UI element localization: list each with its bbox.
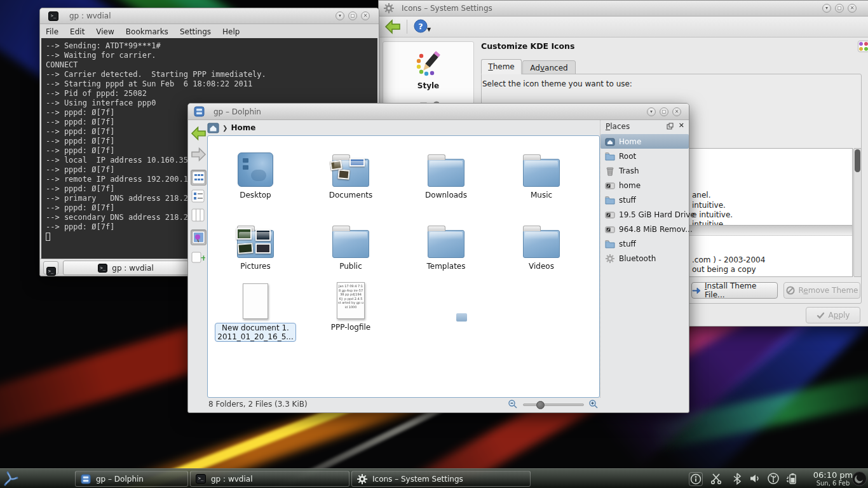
file-item-new-document[interactable]: New document 1.2011_01_20_16_5... bbox=[208, 277, 303, 342]
theme-list-row[interactable]: anel. bbox=[692, 191, 711, 200]
close-button[interactable]: ✕ bbox=[672, 107, 681, 116]
maximize-button[interactable]: ◻ bbox=[348, 11, 357, 20]
apply-button[interactable]: Apply bbox=[806, 307, 860, 323]
icons-view-button[interactable] bbox=[191, 170, 207, 186]
menu-item[interactable]: Settings bbox=[174, 25, 217, 36]
file-item-desktop[interactable]: Desktop bbox=[208, 145, 303, 200]
close-button[interactable]: ✕ bbox=[848, 4, 857, 13]
menu-item[interactable]: Help bbox=[217, 25, 245, 36]
home-icon[interactable] bbox=[207, 123, 219, 133]
system-settings-toolbar: ? ▼ bbox=[379, 17, 868, 37]
breadcrumb-current[interactable]: Home bbox=[231, 123, 255, 132]
maximize-button[interactable]: ◻ bbox=[835, 4, 844, 13]
zoom-out-icon[interactable] bbox=[508, 399, 518, 409]
window-title: gp : wvdial bbox=[69, 11, 111, 20]
places-item-removable[interactable]: 964.8 MiB Remov... bbox=[600, 222, 689, 236]
places-panel: Places ✕ Home Root Trash home bbox=[600, 120, 689, 398]
task-dolphin[interactable]: gp – Dolphin bbox=[75, 471, 188, 487]
terminal-titlebar[interactable]: >_ gp : wvdial ▾ ◻ ✕ bbox=[40, 8, 379, 24]
panel-toolbox-cashew-icon[interactable] bbox=[851, 471, 867, 487]
close-button[interactable]: ✕ bbox=[361, 11, 370, 20]
terminal-icon: >_ bbox=[196, 474, 206, 484]
theme-description-line: out being a copy bbox=[692, 265, 756, 274]
remove-theme-button[interactable]: Remove Theme bbox=[783, 282, 860, 299]
window-title: Icons – System Settings bbox=[402, 4, 492, 13]
folder-view[interactable]: Desktop Documents Downloads Music bbox=[207, 135, 600, 398]
install-theme-file-button[interactable]: Install Theme File... bbox=[691, 282, 778, 299]
theme-list-row[interactable]: intuitive. bbox=[692, 201, 726, 210]
breadcrumb-separator: ❯ bbox=[222, 125, 227, 132]
back-button[interactable] bbox=[384, 19, 401, 34]
menu-item[interactable]: View bbox=[90, 25, 119, 36]
back-button[interactable] bbox=[191, 125, 207, 144]
zoom-slider[interactable] bbox=[523, 403, 584, 406]
bluetooth-icon[interactable] bbox=[731, 472, 745, 486]
places-item-home-drive[interactable]: home bbox=[600, 178, 689, 193]
task-system-settings[interactable]: Icons – System Settings bbox=[351, 471, 531, 487]
split-view-button[interactable]: + bbox=[191, 250, 207, 266]
theme-list-row[interactable]: e intuitive. bbox=[692, 210, 733, 219]
task-wvdial[interactable]: >_ gp : wvdial bbox=[190, 471, 349, 487]
tab-advanced[interactable]: Advanced bbox=[522, 60, 576, 74]
places-item-stuff-2[interactable]: stuff bbox=[600, 236, 689, 251]
info-tray-icon[interactable] bbox=[689, 472, 703, 486]
zoom-in-icon[interactable] bbox=[588, 399, 599, 409]
places-item-root[interactable]: Root bbox=[600, 149, 689, 163]
terminal-line: --> Starting pppd at Sun Feb 6 18:08:22 … bbox=[46, 79, 377, 89]
menu-item[interactable]: File bbox=[40, 25, 64, 36]
terminal-line: CONNECT bbox=[46, 60, 377, 70]
file-item-documents[interactable]: Documents bbox=[303, 145, 398, 200]
module-icon bbox=[858, 41, 868, 52]
minimize-button[interactable]: ▾ bbox=[336, 11, 344, 20]
svg-text:?: ? bbox=[418, 22, 423, 31]
places-item-stuff[interactable]: stuff bbox=[600, 193, 689, 207]
device-notifier-icon[interactable] bbox=[767, 472, 781, 486]
file-item-music[interactable]: Music bbox=[494, 145, 589, 200]
system-settings-titlebar[interactable]: Icons – System Settings ▾ ◻ ✕ bbox=[379, 1, 868, 17]
places-item-bluetooth[interactable]: Bluetooth bbox=[600, 251, 689, 266]
window-title: gp – Dolphin bbox=[214, 107, 261, 116]
app-launcher-button[interactable] bbox=[2, 470, 19, 487]
file-item-pictures[interactable]: Pictures bbox=[208, 216, 303, 271]
help-button[interactable]: ? bbox=[414, 19, 428, 33]
task-label: gp : wvdial bbox=[211, 475, 252, 484]
dolphin-statusbar: 8 Folders, 2 Files (3.3 KiB) bbox=[188, 396, 689, 412]
columns-view-button[interactable] bbox=[191, 208, 207, 224]
task-label: gp – Dolphin bbox=[96, 475, 144, 484]
preview-toggle-button[interactable] bbox=[191, 229, 207, 245]
volume-icon[interactable] bbox=[749, 472, 763, 486]
sidebar-item-style[interactable]: Style bbox=[383, 42, 473, 90]
details-view-button[interactable] bbox=[191, 189, 207, 205]
tab-wvdial[interactable]: >_ gp : wvdial bbox=[63, 261, 189, 275]
minimize-button[interactable]: ▾ bbox=[647, 107, 656, 116]
minimize-button[interactable]: ▾ bbox=[822, 4, 831, 13]
close-panel-icon[interactable]: ✕ bbox=[679, 121, 684, 130]
zoom-slider-knob[interactable] bbox=[536, 401, 545, 409]
new-tab-button[interactable]: >_ bbox=[43, 261, 58, 274]
file-item-ppp-logfile[interactable]: Jan 17 09:4 7:18 gp-Asp ire-5738 pp pd[1… bbox=[303, 277, 398, 332]
clock-date: Sun, 6 Feb bbox=[808, 480, 858, 487]
detach-panel-icon[interactable] bbox=[667, 123, 674, 130]
menu-item[interactable]: Edit bbox=[64, 25, 90, 36]
chevron-down-icon[interactable]: ▼ bbox=[427, 27, 431, 32]
file-item-public[interactable]: Public bbox=[303, 216, 398, 271]
scrollbar-thumb[interactable] bbox=[855, 149, 860, 172]
forward-button[interactable] bbox=[191, 147, 207, 165]
maximize-button[interactable]: ◻ bbox=[660, 107, 668, 116]
terminal-cursor bbox=[46, 233, 50, 241]
places-item-hard-drive[interactable]: 19.5 GiB Hard Drive bbox=[600, 207, 689, 222]
clock[interactable]: 06:10 pm Sun, 6 Feb bbox=[808, 470, 858, 487]
places-item-home[interactable]: Home bbox=[600, 134, 689, 149]
list-scrollbar[interactable] bbox=[853, 148, 862, 277]
file-item-downloads[interactable]: Downloads bbox=[398, 145, 494, 200]
menu-item[interactable]: Bookmarks bbox=[120, 25, 174, 36]
file-item-templates[interactable]: Templates bbox=[398, 216, 494, 271]
battery-icon[interactable] bbox=[785, 472, 799, 486]
theme-description-line: .com ) - 2003-2004 bbox=[692, 255, 765, 264]
klipper-scissors-icon[interactable] bbox=[710, 472, 724, 486]
dolphin-titlebar[interactable]: gp – Dolphin ▾ ◻ ✕ bbox=[188, 104, 689, 120]
tab-theme[interactable]: Theme bbox=[481, 59, 522, 74]
file-item-videos[interactable]: Videos bbox=[494, 216, 589, 271]
taskbar-panel: gp – Dolphin >_ gp : wvdial Icons – Syst… bbox=[0, 468, 868, 488]
places-item-trash[interactable]: Trash bbox=[600, 163, 689, 178]
